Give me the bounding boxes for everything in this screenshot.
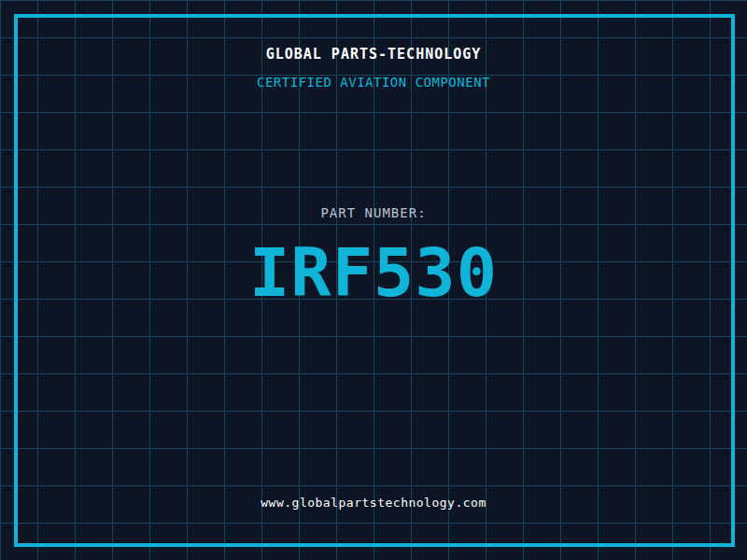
- brand-subtitle: CERTIFIED AVIATION COMPONENT: [0, 75, 747, 90]
- part-label-canvas: GLOBAL PARTS-TECHNOLOGY CERTIFIED AVIATI…: [0, 0, 747, 560]
- part-number-label: PART NUMBER:: [0, 205, 747, 220]
- part-number-value: IRF530: [0, 239, 747, 306]
- brand-title: GLOBAL PARTS-TECHNOLOGY: [0, 46, 747, 63]
- website-url: www.globalpartstechnology.com: [0, 496, 747, 510]
